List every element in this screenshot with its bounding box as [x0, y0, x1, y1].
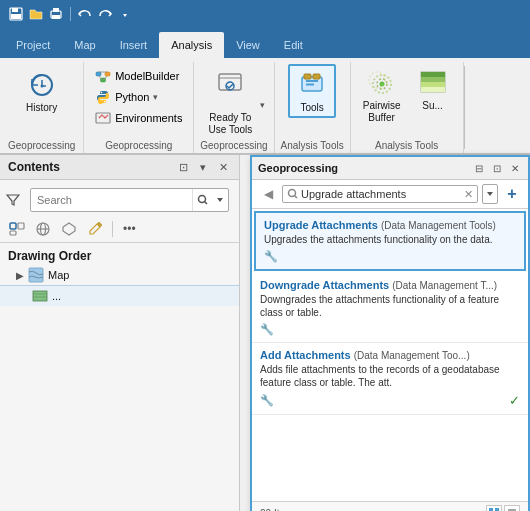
geo-grid-view-icon[interactable]	[486, 505, 502, 511]
more-icon[interactable]	[117, 6, 133, 22]
pairwise-buffer-icon	[366, 66, 398, 98]
redo-icon[interactable]	[97, 6, 113, 22]
search-submit-icon[interactable]	[192, 189, 212, 211]
svg-point-35	[198, 196, 205, 203]
polygon-icon[interactable]	[58, 218, 80, 240]
edit-icon[interactable]	[84, 218, 106, 240]
tab-edit[interactable]: Edit	[272, 32, 315, 58]
result-2-source: (Data Management T...)	[392, 280, 497, 291]
sub-layer-item[interactable]: ...	[0, 285, 239, 306]
collapse-icon[interactable]: ▶	[16, 270, 24, 281]
analysis-tools-group-label: Analysis Tools	[281, 138, 344, 153]
table-view-icon[interactable]	[32, 218, 54, 240]
result-1-footer: 🔧	[264, 250, 516, 263]
pin-icon[interactable]: ⊡	[175, 159, 191, 175]
svg-rect-39	[10, 231, 16, 235]
modelbuilder-button[interactable]: ModelBuilder	[91, 66, 186, 86]
svg-rect-31	[421, 72, 445, 77]
pairwise-buffer-button[interactable]: PairwiseBuffer	[357, 64, 407, 126]
svg-rect-4	[53, 8, 59, 12]
svg-rect-8	[96, 72, 101, 76]
result-item-1[interactable]: Upgrade Attachments (Data Management Too…	[254, 211, 526, 271]
geo-search-input-wrap: ✕	[282, 185, 478, 203]
geo-search-dropdown-icon[interactable]	[482, 184, 498, 204]
geo-search-clear-icon[interactable]: ✕	[464, 188, 473, 201]
panel-close-icon[interactable]: ✕	[215, 159, 231, 175]
tab-bar: Project Map Insert Analysis View Edit	[0, 28, 530, 58]
result-3-source: (Data Management Too...)	[354, 350, 470, 361]
svg-line-36	[204, 202, 207, 205]
geo-back-button[interactable]: ◀	[258, 184, 278, 204]
result-item-2[interactable]: Downgrade Attachments (Data Management T…	[252, 273, 528, 343]
tool-icon-2: 🔧	[260, 323, 274, 336]
tab-project[interactable]: Project	[4, 32, 62, 58]
map-label: Map	[48, 269, 69, 281]
map-item[interactable]: ▶ Map	[0, 265, 239, 285]
svg-rect-1	[12, 8, 18, 12]
ribbon-group-history: History Geoprocessing	[0, 62, 84, 153]
history-button[interactable]: History	[18, 64, 66, 118]
svg-point-47	[289, 190, 296, 197]
separator	[70, 7, 71, 21]
search-dropdown-icon[interactable]	[212, 189, 228, 211]
python-button[interactable]: Python ▾	[91, 87, 186, 107]
geo-panel-restore-icon[interactable]: ⊡	[490, 161, 504, 175]
ribbon-group-tools: ModelBuilder Python ▾	[84, 62, 194, 153]
tool-check-3: ✓	[509, 393, 520, 408]
print-icon[interactable]	[48, 6, 64, 22]
result-3-footer: 🔧 ✓	[260, 393, 520, 408]
geo-add-button[interactable]: +	[502, 184, 522, 204]
panel-menu-icon[interactable]: ▾	[195, 159, 211, 175]
geo-list-view-icon[interactable]	[504, 505, 520, 511]
tab-map[interactable]: Map	[62, 32, 107, 58]
tab-analysis[interactable]: Analysis	[159, 32, 224, 58]
modelbuilder-label: ModelBuilder	[115, 70, 179, 82]
drawing-order-label: Drawing Order	[0, 243, 239, 265]
environments-button[interactable]: Environments	[91, 108, 186, 128]
tools-label: Tools	[300, 102, 323, 114]
folder-icon[interactable]	[28, 6, 44, 22]
svg-rect-38	[18, 223, 24, 229]
tool-icon-1: 🔧	[264, 250, 278, 263]
toolbar-more-icon[interactable]: •••	[119, 222, 140, 236]
geo-search-input[interactable]	[299, 186, 464, 202]
svg-rect-33	[421, 82, 445, 87]
geo-panel-title-bar: Geoprocessing ⊟ ⊡ ✕	[252, 157, 528, 180]
search-bar	[30, 188, 229, 212]
svg-point-14	[101, 92, 103, 94]
svg-rect-22	[306, 80, 318, 82]
search-input[interactable]	[31, 191, 192, 209]
filter-icon[interactable]	[4, 191, 22, 209]
ready-to-use-button[interactable]: Ready ToUse Tools	[203, 64, 259, 138]
suitability-icon	[417, 66, 449, 98]
ribbon-group-analysis-tools: Tools Analysis Tools	[275, 62, 351, 153]
svg-rect-25	[313, 74, 320, 79]
suitability-button[interactable]: Su...	[409, 64, 457, 114]
tab-view[interactable]: View	[224, 32, 272, 58]
analysis-tools-group-label2: Analysis Tools	[357, 138, 457, 153]
undo-icon[interactable]	[77, 6, 93, 22]
tab-insert[interactable]: Insert	[108, 32, 160, 58]
result-1-title: Upgrade Attachments	[264, 219, 378, 231]
ribbon-group-pairwise: PairwiseBuffer Su... Analys	[351, 62, 464, 153]
tools-button[interactable]: Tools	[288, 64, 336, 118]
geo-panel-minimize-icon[interactable]: ⊟	[472, 161, 486, 175]
app-window: Project Map Insert Analysis View Edit	[0, 0, 530, 511]
svg-rect-16	[96, 113, 110, 123]
svg-point-15	[104, 101, 106, 103]
python-dropdown-icon[interactable]: ▾	[153, 92, 158, 102]
list-view-icon[interactable]	[6, 218, 28, 240]
result-1-desc: Upgrades the attachments functionality o…	[264, 233, 516, 246]
result-item-3[interactable]: Add Attachments (Data Management Too...)…	[252, 343, 528, 415]
suitability-label: Su...	[422, 100, 443, 112]
contents-toolbar: •••	[0, 216, 239, 243]
geo-results-list: Upgrade Attachments (Data Management Too…	[252, 209, 528, 501]
ready-to-use-icon	[214, 66, 246, 98]
svg-line-48	[295, 196, 298, 199]
geo-panel-close-icon[interactable]: ✕	[508, 161, 522, 175]
ready-to-use-dropdown-icon[interactable]: ▾	[260, 100, 265, 110]
tools-icon	[296, 68, 328, 100]
ribbon-group-ready: Ready ToUse Tools ▾ Geoprocessing	[194, 62, 274, 153]
save-icon[interactable]	[8, 6, 24, 22]
environments-icon	[95, 110, 111, 126]
